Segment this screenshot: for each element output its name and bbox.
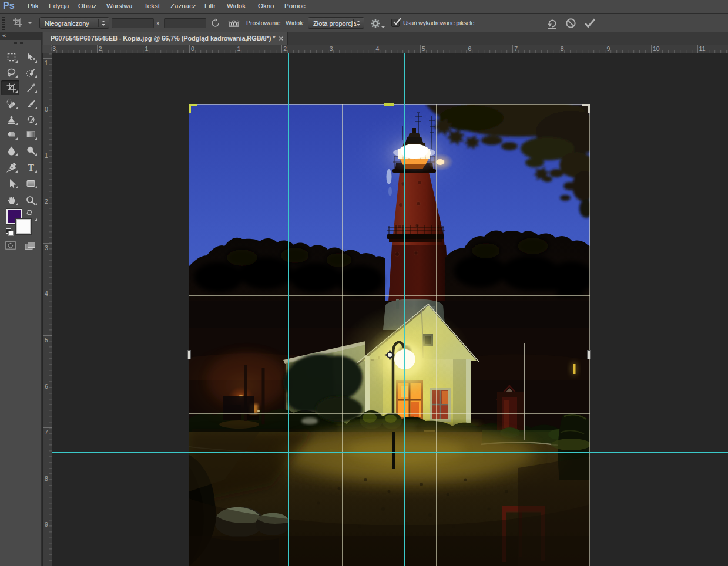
svg-text:T: T xyxy=(28,163,34,173)
